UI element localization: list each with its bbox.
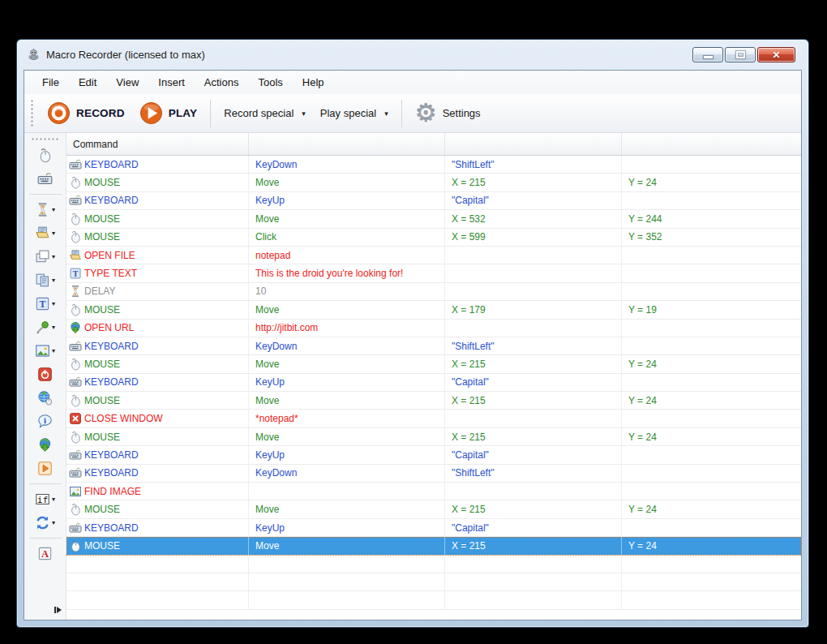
argument-cell: KeyUp bbox=[249, 192, 445, 209]
chevron-down-icon[interactable]: ▾ bbox=[52, 324, 55, 331]
command-cell: TTYPE TEXT bbox=[66, 264, 249, 281]
column-header-command[interactable]: Command bbox=[66, 133, 249, 155]
command-label: MOUSE bbox=[84, 504, 120, 515]
play-button[interactable]: PLAY bbox=[132, 98, 205, 128]
table-row[interactable]: KEYBOARDKeyDown"ShiftLeft" bbox=[66, 337, 801, 355]
table-row[interactable]: TTYPE TEXTThis is the droid you're looki… bbox=[66, 264, 801, 282]
chevron-down-icon[interactable]: ▾ bbox=[52, 253, 55, 260]
sidebar-item-loop-command[interactable]: ▾ bbox=[26, 511, 65, 535]
record-button[interactable]: RECORD bbox=[40, 98, 132, 128]
table-row[interactable]: OPEN URLhttp://jitbit.com bbox=[66, 320, 801, 337]
table-row[interactable]: DELAY10 bbox=[66, 283, 801, 301]
argument-cell bbox=[622, 446, 801, 463]
table-row[interactable]: KEYBOARDKeyDown"ShiftLeft" bbox=[66, 465, 801, 483]
close-button[interactable]: ✕ bbox=[757, 47, 795, 62]
argument-cell: Y = 19 bbox=[622, 301, 801, 318]
window-icon bbox=[35, 249, 50, 264]
chevron-down-icon[interactable]: ▾ bbox=[52, 496, 55, 503]
command-label: KEYBOARD bbox=[84, 522, 139, 534]
argument-cell: Move bbox=[249, 392, 445, 409]
argument-cell: "Capital" bbox=[445, 519, 622, 536]
column-header-col2[interactable] bbox=[445, 133, 622, 155]
command-label: TYPE TEXT bbox=[84, 268, 137, 279]
sidebar-item-text-recognition[interactable]: A bbox=[26, 542, 65, 565]
chevron-down-icon[interactable]: ▾ bbox=[52, 300, 55, 307]
command-cell: KEYBOARD bbox=[66, 446, 249, 463]
chevron-down-icon[interactable]: ▾ bbox=[52, 347, 55, 354]
keyboard-icon bbox=[69, 194, 82, 207]
empty-cell bbox=[622, 556, 801, 573]
table-row[interactable]: MOUSEMoveX = 215Y = 24 bbox=[66, 355, 801, 373]
column-header-col1[interactable] bbox=[249, 133, 445, 155]
table-row[interactable]: MOUSEMoveX = 215Y = 24 bbox=[66, 428, 801, 446]
sidebar-item-insert-keyboard[interactable] bbox=[26, 167, 65, 191]
sidebar-item-color-picker[interactable]: ▾ bbox=[26, 316, 65, 339]
sidebar-item-if-statement[interactable]: if▾ bbox=[26, 487, 65, 511]
table-row[interactable]: OPEN FILEnotepad bbox=[66, 247, 801, 264]
argument-cell: "Capital" bbox=[445, 374, 622, 391]
chevron-down-icon: ▾ bbox=[384, 109, 388, 118]
table-row[interactable]: CLOSE WINDOW*notepad* bbox=[66, 410, 801, 427]
sidebar-item-launch-program[interactable] bbox=[26, 457, 65, 480]
menu-item-actions[interactable]: Actions bbox=[195, 71, 249, 94]
argument-cell: Move bbox=[249, 355, 445, 372]
sidebar-overflow-button[interactable] bbox=[54, 607, 62, 613]
sidebar-item-clipboard-command[interactable]: ▾ bbox=[26, 268, 65, 292]
argument-cell bbox=[622, 247, 801, 264]
toolbar-grip[interactable] bbox=[30, 99, 34, 128]
table-row-selected[interactable]: MOUSEMoveX = 215Y = 24 bbox=[66, 537, 801, 555]
chevron-down-icon[interactable]: ▾ bbox=[52, 206, 55, 213]
chevron-down-icon[interactable]: ▾ bbox=[52, 277, 55, 284]
table-row[interactable]: KEYBOARDKeyUp"Capital" bbox=[66, 519, 801, 537]
sidebar-item-open-url[interactable] bbox=[26, 433, 65, 457]
title-bar[interactable]: Macro Recorder (licensed to max) ✕ bbox=[24, 40, 802, 70]
argument-cell: Move bbox=[249, 500, 445, 517]
menu-item-help[interactable]: Help bbox=[293, 71, 334, 94]
column-header-col3[interactable] bbox=[622, 133, 801, 155]
menu-item-insert[interactable]: Insert bbox=[148, 71, 195, 94]
command-label: MOUSE bbox=[84, 213, 120, 225]
argument-cell: "ShiftLeft" bbox=[445, 465, 622, 482]
sidebar-item-insert-mouse[interactable] bbox=[26, 144, 65, 167]
table-row[interactable]: MOUSEMoveX = 215Y = 24 bbox=[66, 174, 801, 191]
menu-item-edit[interactable]: Edit bbox=[69, 71, 106, 94]
menu-item-file[interactable]: File bbox=[32, 71, 69, 94]
sidebar-item-find-image[interactable]: ▾ bbox=[26, 339, 65, 363]
play-special-dropdown[interactable]: Play special ▾ bbox=[313, 104, 396, 122]
table-row[interactable]: KEYBOARDKeyDown"ShiftLeft" bbox=[66, 156, 801, 174]
settings-button[interactable]: ⚙ Settings bbox=[408, 98, 488, 129]
sidebar-item-shutdown-command[interactable] bbox=[26, 363, 65, 386]
chevron-down-icon[interactable]: ▾ bbox=[52, 519, 55, 526]
if-icon: if bbox=[35, 492, 50, 507]
table-row[interactable]: MOUSEMoveX = 215Y = 24 bbox=[66, 392, 801, 410]
sidebar-item-type-text[interactable]: T▾ bbox=[26, 292, 65, 316]
sidebar-item-window-command[interactable]: ▾ bbox=[26, 245, 65, 268]
table-row[interactable]: KEYBOARDKeyUp"Capital" bbox=[66, 446, 801, 464]
sidebar-item-open-file[interactable]: ▾ bbox=[26, 221, 65, 245]
sidebar-item-insert-delay[interactable]: ▾ bbox=[26, 198, 65, 221]
globemouse-icon bbox=[37, 390, 53, 406]
command-cell: MOUSE bbox=[66, 174, 249, 191]
record-special-dropdown[interactable]: Record special ▾ bbox=[216, 104, 313, 122]
table-row[interactable]: KEYBOARDKeyUp"Capital" bbox=[66, 374, 801, 392]
mouse-icon bbox=[69, 503, 82, 516]
sidebar-grip[interactable] bbox=[31, 137, 60, 141]
argument-cell: X = 215 bbox=[445, 500, 622, 517]
content-area: ▾▾▾▾T▾▾▾iif▾▾A Command KEYBOARDKeyDown"S… bbox=[24, 133, 801, 620]
record-icon bbox=[47, 101, 71, 125]
minimize-button[interactable] bbox=[692, 47, 723, 62]
table-row[interactable]: MOUSEMoveX = 179Y = 19 bbox=[66, 301, 801, 319]
table-row[interactable]: KEYBOARDKeyUp"Capital" bbox=[66, 192, 801, 210]
table-row[interactable]: MOUSEMoveX = 215Y = 24 bbox=[66, 500, 801, 518]
table-row[interactable]: FIND IMAGE bbox=[66, 483, 801, 500]
argument-cell: Move bbox=[249, 537, 445, 554]
argument-cell bbox=[622, 264, 801, 281]
sidebar-item-show-message[interactable]: i bbox=[26, 410, 65, 433]
maximize-button[interactable] bbox=[725, 47, 756, 62]
chevron-down-icon[interactable]: ▾ bbox=[52, 230, 55, 237]
menu-item-tools[interactable]: Tools bbox=[248, 71, 292, 94]
sidebar-item-web-recording[interactable] bbox=[26, 386, 65, 410]
table-row[interactable]: MOUSEMoveX = 532Y = 244 bbox=[66, 210, 801, 228]
table-row[interactable]: MOUSEClickX = 599Y = 352 bbox=[66, 229, 801, 247]
menu-item-view[interactable]: View bbox=[106, 71, 148, 94]
